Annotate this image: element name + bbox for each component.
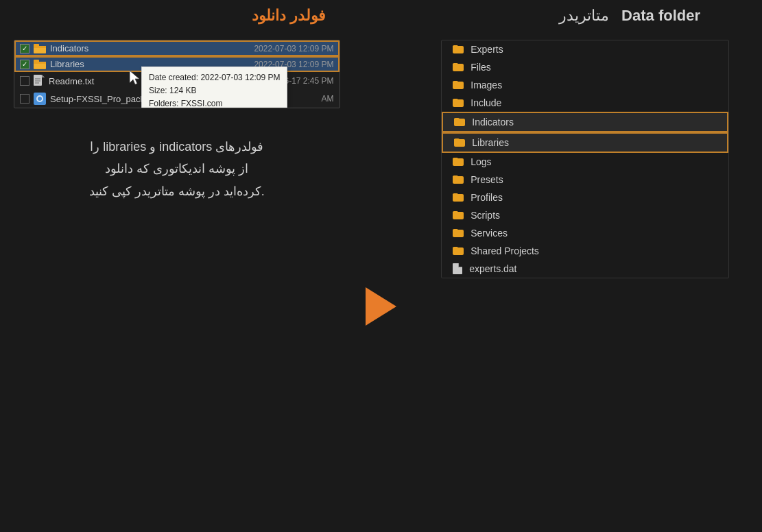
list-item[interactable]: Profiles bbox=[442, 189, 728, 206]
folder-icon bbox=[453, 247, 464, 255]
list-item[interactable]: Services bbox=[442, 224, 728, 242]
item-label: experts.dat bbox=[469, 263, 516, 274]
tooltip-date-label: Date created: bbox=[149, 73, 198, 82]
description-line3: .کرده‌اید در پوشه متاتریدر کپی کنید bbox=[89, 180, 265, 202]
item-label: Presets bbox=[471, 174, 503, 185]
download-folder-explorer[interactable]: ✓ Indicators 2022-07-03 12:09 PM ✓ bbox=[14, 40, 340, 108]
folder-icon bbox=[453, 63, 464, 71]
table-row[interactable]: ✓ Indicators 2022-07-03 12:09 PM bbox=[14, 40, 340, 56]
left-panel-header: فولدر دانلود bbox=[14, 7, 388, 33]
list-item[interactable]: Logs bbox=[442, 153, 728, 171]
item-label: Shared Projects bbox=[471, 245, 539, 256]
arrow-right-icon bbox=[366, 287, 396, 326]
tooltip-size-label: Size: bbox=[149, 86, 167, 95]
folder-icon bbox=[454, 118, 465, 126]
left-panel-title: فولدر دانلود bbox=[252, 7, 346, 25]
item-label: Services bbox=[471, 228, 508, 239]
cursor-icon bbox=[130, 71, 142, 86]
item-label: Libraries bbox=[472, 137, 509, 148]
item-label: Images bbox=[471, 80, 502, 90]
tooltip-folders-label: Folders: bbox=[149, 99, 178, 108]
description-text: فولدرهای indicators و libraries را از پو… bbox=[75, 136, 278, 202]
checkbox-setup[interactable] bbox=[20, 94, 29, 104]
arrow-container bbox=[361, 40, 402, 518]
tooltip-size: Size: 124 KB bbox=[149, 84, 280, 97]
folder-icon bbox=[453, 99, 464, 107]
list-item-indicators[interactable]: Indicators bbox=[442, 112, 728, 132]
tooltip-date-value: 2022-07-03 12:09 PM bbox=[200, 73, 280, 82]
svg-rect-3 bbox=[34, 46, 46, 48]
list-item[interactable]: Shared Projects bbox=[442, 242, 728, 260]
item-label: Indicators bbox=[472, 117, 514, 128]
item-label: Profiles bbox=[471, 192, 503, 203]
setup-icon bbox=[34, 93, 46, 105]
right-title-en: Data folder bbox=[621, 7, 700, 24]
folder-icon bbox=[453, 193, 464, 202]
list-item[interactable]: Files bbox=[442, 58, 728, 76]
folder-icon bbox=[453, 81, 464, 89]
list-item[interactable]: Images bbox=[442, 76, 728, 94]
list-item[interactable]: experts.dat bbox=[442, 260, 728, 278]
item-label: Scripts bbox=[471, 210, 500, 221]
svg-rect-8 bbox=[34, 75, 42, 86]
folder-icon bbox=[453, 211, 464, 219]
checkbox-readme[interactable] bbox=[20, 76, 29, 86]
file-tooltip: Date created: 2022-07-03 12:09 PM Size: … bbox=[141, 66, 287, 108]
svg-marker-17 bbox=[130, 71, 139, 84]
checkbox-libraries[interactable]: ✓ bbox=[20, 60, 29, 69]
right-panel-header: Data folder متاتریدر bbox=[388, 7, 749, 33]
file-date-indicators: 2022-07-03 12:09 PM bbox=[240, 44, 333, 53]
left-panel: ✓ Indicators 2022-07-03 12:09 PM ✓ bbox=[14, 40, 340, 518]
file-name-indicators: Indicators bbox=[50, 43, 240, 53]
description-line2: از پوشه اندیکاتوری که دانلود bbox=[89, 158, 265, 180]
list-item[interactable]: Presets bbox=[442, 171, 728, 189]
tooltip-size-value: 124 KB bbox=[169, 86, 196, 95]
folder-icon bbox=[453, 229, 464, 237]
svg-point-16 bbox=[38, 97, 42, 101]
file-date-setup: AM bbox=[308, 94, 334, 104]
item-label: Include bbox=[471, 97, 501, 108]
tooltip-folders: Folders: FXSSI.com bbox=[149, 97, 280, 108]
description-line1: فولدرهای indicators و libraries را bbox=[89, 136, 265, 158]
file-dat-icon bbox=[453, 263, 462, 274]
right-title-fa: متاتریدر bbox=[559, 7, 609, 24]
folder-icon bbox=[453, 45, 464, 53]
svg-marker-10 bbox=[42, 75, 45, 77]
folder-icon bbox=[454, 138, 465, 147]
right-panel: Experts Files Images Include Indicators bbox=[422, 40, 749, 518]
folder-icon bbox=[453, 176, 464, 184]
right-panel-title: Data folder متاتریدر bbox=[559, 7, 721, 25]
tooltip-folders-value: FXSSI.com bbox=[181, 99, 223, 108]
folder-icon bbox=[34, 44, 46, 53]
list-item-libraries[interactable]: Libraries bbox=[442, 132, 728, 153]
list-item[interactable]: Include bbox=[442, 94, 728, 112]
item-label: Experts bbox=[471, 44, 503, 55]
folder-icon bbox=[453, 158, 464, 166]
item-label: Files bbox=[471, 62, 491, 73]
svg-rect-7 bbox=[34, 62, 46, 64]
folder-icon bbox=[34, 60, 46, 69]
metatrader-folder-explorer[interactable]: Experts Files Images Include Indicators bbox=[441, 40, 729, 278]
txt-icon bbox=[34, 75, 45, 87]
list-item[interactable]: Scripts bbox=[442, 206, 728, 224]
list-item[interactable]: Experts bbox=[442, 40, 728, 58]
checkbox-indicators[interactable]: ✓ bbox=[20, 44, 29, 53]
item-label: Logs bbox=[471, 156, 491, 167]
tooltip-date-created: Date created: 2022-07-03 12:09 PM bbox=[149, 71, 280, 84]
